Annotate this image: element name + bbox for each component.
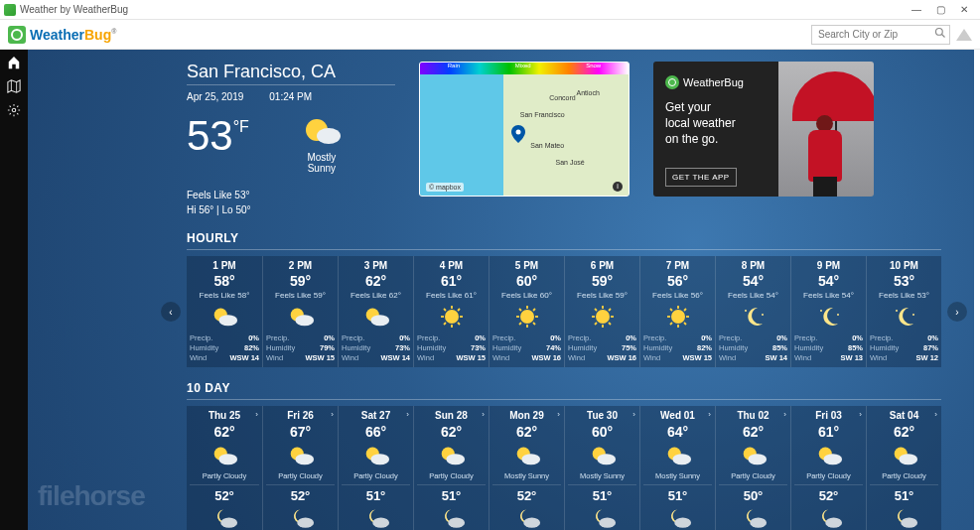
- brand-logo: WeatherBug®: [8, 26, 116, 44]
- collapse-triangle-icon[interactable]: [956, 29, 972, 41]
- window-close-button[interactable]: ✕: [952, 4, 976, 15]
- hi-lo: Hi 56° | Lo 50°: [187, 202, 395, 217]
- tenday-high: 66°: [342, 424, 410, 440]
- hourly-cell[interactable]: 3 PM62°Feels Like 62°Precip.0%Humidity73…: [338, 256, 413, 367]
- tenday-condition: Partly Cloudy: [266, 471, 335, 485]
- tenday-condition: Mostly Sunny: [492, 471, 561, 485]
- tenday-cell[interactable]: ›Fri 0361°Partly Cloudy52°: [790, 406, 866, 530]
- hourly-cell[interactable]: 9 PM54°Feels Like 54°Precip.0%Humidity85…: [790, 256, 866, 367]
- legend-rain: Rain: [448, 63, 460, 68]
- sidebar-item-map[interactable]: [7, 79, 21, 93]
- tenday-cell[interactable]: ›Wed 0164°Mostly Sunny51°: [639, 406, 715, 530]
- hourly-precip: 0%: [776, 333, 787, 343]
- label-humidity: Humidity: [190, 343, 218, 353]
- hourly-next-button[interactable]: ›: [947, 302, 967, 322]
- hourly-prev-button[interactable]: ‹: [161, 302, 181, 322]
- search-icon[interactable]: [934, 27, 946, 39]
- top-row: San Francisco, CA Apr 25, 2019 01:24 PM …: [187, 50, 980, 217]
- hourly-cell[interactable]: 7 PM56°Feels Like 56°Precip.0%Humidity82…: [639, 256, 715, 367]
- hourly-precip: 0%: [248, 333, 259, 343]
- svg-point-60: [295, 455, 314, 465]
- hourly-humidity: 85%: [772, 343, 787, 353]
- hourly-feels-like: Feels Like 59°: [266, 291, 335, 300]
- feels-like: Feels Like 53°: [187, 188, 395, 202]
- tenday-condition: Mostly Sunny: [643, 471, 712, 485]
- promo-ad[interactable]: WeatherBug Get your local weather on the…: [653, 62, 874, 197]
- hourly-condition-icon: [719, 304, 787, 330]
- svg-line-1: [942, 35, 945, 38]
- svg-point-66: [446, 455, 465, 465]
- radar-map-thumbnail[interactable]: Rain Mixed Snow San Francisco San Mateo …: [419, 62, 630, 197]
- hourly-condition-icon: [190, 304, 259, 330]
- hourly-feels-like: Feels Like 62°: [342, 291, 410, 300]
- tenday-cell[interactable]: ›Sat 2766°Partly Cloudy51°: [338, 406, 413, 530]
- label-humidity: Humidity: [870, 343, 899, 353]
- hourly-condition-icon: [568, 304, 636, 330]
- svg-point-41: [671, 310, 685, 324]
- tenday-forecast-strip: ›Thu 2562°Partly Cloudy52°›Fri 2667°Part…: [187, 406, 941, 530]
- label-wind: Wind: [794, 353, 811, 363]
- tenday-high: 62°: [190, 424, 259, 440]
- tenday-cell[interactable]: ›Thu 2562°Partly Cloudy52°: [187, 406, 262, 530]
- tenday-night-icon: [870, 505, 938, 530]
- svg-line-37: [595, 309, 597, 311]
- current-time: 01:24 PM: [269, 91, 312, 102]
- tenday-cell[interactable]: ›Thu 0262°Partly Cloudy50°: [715, 406, 790, 530]
- hourly-temp: 53°: [870, 273, 938, 289]
- tenday-high: 62°: [719, 424, 787, 440]
- hourly-cell[interactable]: 4 PM61°Feels Like 61°Precip.0%Humidity73…: [413, 256, 489, 367]
- tenday-condition: Partly Cloudy: [794, 471, 863, 485]
- map-info-icon[interactable]: i: [613, 182, 623, 192]
- hourly-cell[interactable]: 6 PM59°Feels Like 59°Precip.0%Humidity75…: [564, 256, 639, 367]
- tenday-cell[interactable]: ›Sat 0462°Partly Cloudy51°: [866, 406, 941, 530]
- hourly-precip: 0%: [550, 333, 561, 343]
- hourly-time: 3 PM: [342, 260, 410, 271]
- hourly-condition-icon: [417, 304, 486, 330]
- hourly-temp: 59°: [568, 273, 636, 289]
- window-minimize-button[interactable]: —: [905, 4, 928, 15]
- tenday-low: 51°: [870, 488, 938, 503]
- label-wind: Wind: [492, 353, 509, 363]
- promo-cta-button[interactable]: GET THE APP: [665, 168, 737, 187]
- hourly-condition-icon: [870, 304, 938, 330]
- brand-part1: Weather: [30, 27, 84, 43]
- sidebar-item-settings[interactable]: [7, 103, 21, 117]
- svg-point-75: [672, 455, 691, 465]
- hourly-humidity: 79%: [320, 343, 335, 353]
- tenday-cell[interactable]: ›Sun 2862°Partly Cloudy51°: [413, 406, 489, 530]
- sidebar-item-home[interactable]: [7, 56, 21, 69]
- hourly-cell[interactable]: 10 PM53°Feels Like 53°Precip.0%Humidity8…: [866, 256, 941, 367]
- hourly-cell[interactable]: 8 PM54°Feels Like 54°Precip.0%Humidity85…: [715, 256, 790, 367]
- hourly-temp: 58°: [190, 273, 259, 289]
- hourly-cell[interactable]: 5 PM60°Feels Like 60°Precip.0%Humidity74…: [489, 256, 564, 367]
- search-input[interactable]: [811, 25, 950, 45]
- tenday-low: 51°: [643, 488, 712, 503]
- section-title-tenday: 10 DAY: [187, 381, 980, 395]
- tenday-low: 52°: [190, 488, 259, 503]
- app-icon: [4, 4, 16, 16]
- hourly-time: 9 PM: [794, 260, 863, 271]
- chevron-right-icon: ›: [783, 410, 786, 419]
- tenday-night-icon: [794, 505, 863, 530]
- hourly-cell[interactable]: 1 PM58°Feels Like 58°Precip.0%Humidity82…: [187, 256, 262, 367]
- label-wind: Wind: [719, 353, 736, 363]
- hourly-cell[interactable]: 2 PM59°Feels Like 59°Precip.0%Humidity79…: [262, 256, 338, 367]
- chevron-right-icon: ›: [255, 410, 258, 419]
- tenday-cell[interactable]: ›Fri 2667°Partly Cloudy52°: [262, 406, 338, 530]
- tenday-cell[interactable]: ›Mon 2962°Mostly Sunny52°: [489, 406, 564, 530]
- tenday-condition: Partly Cloudy: [342, 471, 410, 485]
- tenday-condition: Partly Cloudy: [417, 471, 486, 485]
- hourly-forecast-strip: ‹ 1 PM58°Feels Like 58°Precip.0%Humidity…: [187, 256, 941, 367]
- svg-point-7: [516, 130, 521, 135]
- location-name: San Francisco, CA: [187, 62, 395, 82]
- map-city-label: San Mateo: [530, 142, 564, 149]
- tenday-day: Fri 26: [266, 410, 335, 421]
- tenday-low: 50°: [719, 488, 787, 503]
- svg-point-61: [297, 518, 314, 528]
- hourly-humidity: 74%: [546, 343, 561, 353]
- tenday-cell[interactable]: ›Tue 3060°Mostly Sunny51°: [564, 406, 639, 530]
- tenday-condition: Mostly Sunny: [568, 471, 636, 485]
- window-maximize-button[interactable]: ▢: [928, 4, 952, 15]
- svg-point-57: [218, 455, 237, 465]
- hourly-feels-like: Feels Like 59°: [568, 291, 636, 300]
